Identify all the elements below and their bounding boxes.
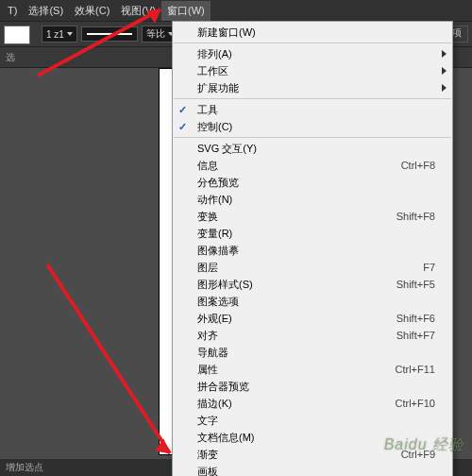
menu-item-label: 导航器: [197, 346, 228, 360]
menu-item[interactable]: 动作(N): [173, 191, 452, 208]
menu-window[interactable]: 窗口(W): [161, 1, 211, 21]
menu-item-shortcut: F7: [406, 262, 435, 273]
dropdown-icon: [67, 32, 73, 36]
menu-item[interactable]: 拼合器预览: [173, 378, 452, 395]
menu-item[interactable]: 对齐Shift+F7: [173, 327, 452, 344]
menu-item-label: 画板: [197, 465, 218, 477]
menu-item[interactable]: 排列(A): [173, 45, 452, 62]
menu-item-shortcut: Shift+F8: [379, 211, 435, 222]
menu-item[interactable]: ✓工具: [173, 101, 452, 118]
menu-item[interactable]: 图层F7: [173, 259, 452, 276]
menu-t[interactable]: T): [2, 2, 23, 19]
menu-item-label: 对齐: [197, 329, 218, 343]
menu-item-label: 渐变: [197, 448, 218, 462]
menu-item-shortcut: Ctrl+F11: [379, 364, 436, 375]
fill-stroke-swatch[interactable]: [4, 26, 28, 42]
menu-item-label: 属性: [197, 363, 218, 377]
window-menu-dropdown: 新建窗口(W)排列(A)工作区扩展功能✓工具✓控制(C)SVG 交互(Y)信息C…: [172, 21, 453, 476]
menu-item[interactable]: ✓控制(C): [173, 118, 452, 135]
menu-item-label: 图形样式(S): [197, 278, 253, 292]
menu-item[interactable]: 图形样式(S)Shift+F5: [173, 276, 452, 293]
submenu-arrow-icon: [442, 50, 447, 58]
menu-item-label: 扩展功能: [197, 81, 239, 95]
menu-item-label: 文档信息(M): [197, 431, 255, 445]
menu-item[interactable]: 导航器: [173, 344, 452, 361]
check-icon: ✓: [178, 121, 187, 133]
menubar: T) 选择(S) 效果(C) 视图(V) 窗口(W): [0, 0, 472, 21]
zoom-value: 1 z1: [46, 29, 64, 40]
menu-separator: [174, 98, 451, 99]
menu-item[interactable]: 文字: [173, 412, 452, 429]
menu-select[interactable]: 选择(S): [23, 1, 69, 21]
menu-item-label: 动作(N): [197, 193, 232, 207]
menu-item-label: 排列(A): [197, 47, 232, 61]
menu-item[interactable]: 图像描摹: [173, 242, 452, 259]
menu-item[interactable]: 分色预览: [173, 174, 452, 191]
zoom-dropdown[interactable]: 1 z1: [42, 26, 77, 42]
menu-item[interactable]: 变换Shift+F8: [173, 208, 452, 225]
menu-item[interactable]: 扩展功能: [173, 79, 452, 96]
menu-effect[interactable]: 效果(C): [69, 1, 115, 21]
units-value: 等比: [146, 27, 165, 41]
menu-item[interactable]: SVG 交互(Y): [173, 140, 452, 157]
submenu-arrow-icon: [442, 84, 447, 92]
submenu-arrow-icon: [442, 67, 447, 75]
menu-item-label: 变换: [197, 210, 218, 224]
menu-item-shortcut: Shift+F7: [379, 330, 435, 341]
menu-item-label: 工作区: [197, 64, 228, 78]
menu-item-label: 控制(C): [197, 120, 232, 134]
menu-item[interactable]: 描边(K)Ctrl+F10: [173, 395, 452, 412]
menu-item-label: 变量(R): [197, 227, 232, 241]
menu-item-label: 外观(E): [197, 312, 232, 326]
menu-item-label: 工具: [197, 103, 218, 117]
menu-item-label: 分色预览: [197, 176, 239, 190]
menu-item-shortcut: Shift+F5: [379, 279, 435, 290]
menu-item[interactable]: 新建窗口(W): [173, 24, 452, 41]
menu-item[interactable]: 外观(E)Shift+F6: [173, 310, 452, 327]
stroke-preview[interactable]: [81, 26, 138, 42]
menu-view[interactable]: 视图(V): [115, 1, 161, 21]
menu-item-label: 拼合器预览: [197, 380, 249, 394]
menu-item-label: 图案选项: [197, 295, 239, 309]
menu-item-label: 图像描摹: [197, 244, 239, 258]
menu-item-shortcut: Ctrl+F8: [384, 160, 435, 171]
menu-item[interactable]: 工作区: [173, 62, 452, 79]
menu-item[interactable]: 画板: [173, 463, 452, 476]
menu-item-label: 新建窗口(W): [197, 26, 256, 40]
menu-item[interactable]: 变量(R): [173, 225, 452, 242]
menu-item-label: 文字: [197, 414, 218, 428]
menu-item-label: 图层: [197, 261, 218, 275]
check-icon: ✓: [178, 104, 187, 116]
status-label: 增加选点: [6, 461, 43, 474]
menu-separator: [174, 42, 451, 43]
menu-separator: [174, 137, 451, 138]
menu-item[interactable]: 图案选项: [173, 293, 452, 310]
menu-item-shortcut: Ctrl+F10: [379, 398, 436, 409]
menu-item-label: 描边(K): [197, 397, 232, 411]
menu-item[interactable]: 属性Ctrl+F11: [173, 361, 452, 378]
menu-item-shortcut: Shift+F6: [379, 313, 435, 324]
sub-toolbar-label: 选: [6, 51, 15, 64]
menu-item[interactable]: 信息Ctrl+F8: [173, 157, 452, 174]
menu-item-label: SVG 交互(Y): [197, 142, 257, 156]
watermark: Baidu 经验: [384, 435, 464, 455]
menu-item-label: 信息: [197, 159, 218, 173]
